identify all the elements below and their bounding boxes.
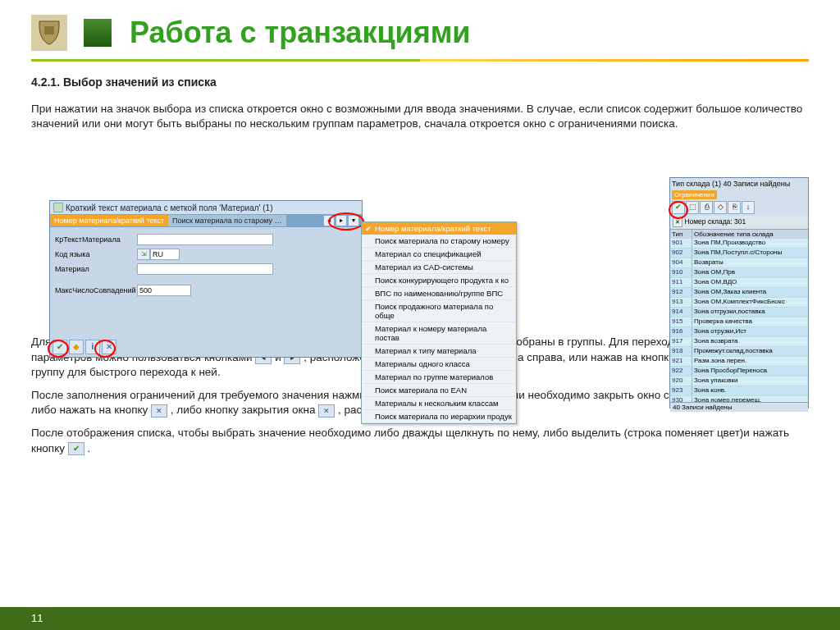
menu-item[interactable]: Материалы к нескольким классам [362, 397, 516, 410]
menu-item[interactable]: Поиск конкурирующего продукта к ко [362, 274, 516, 287]
table-row[interactable]: 922Зона ПросборПереноса [670, 367, 808, 377]
table-row[interactable]: 914Зона отгрузки,поставка [670, 308, 808, 317]
table-row[interactable]: 901Зона ПМ,Производство [670, 239, 808, 249]
field-lang-input[interactable] [150, 249, 180, 260]
search-group-menu: Номер материала/краткий текст Поиск мате… [361, 221, 517, 424]
menu-item[interactable]: Материал по группе материалов [362, 371, 516, 384]
dialog-extra-button[interactable]: ◆ [69, 340, 84, 354]
table-row[interactable]: 930Зона номер.перемещ. [670, 396, 808, 402]
result-table-header: ТипОбозначение типа склада [670, 230, 808, 239]
table-row[interactable]: 921Разм.зона перен. [670, 357, 808, 367]
footer-bar: 11 [0, 607, 840, 630]
table-row[interactable]: 902Зона ПМ,Поступл.с/Стороны [670, 249, 808, 258]
result-filter-row: ✕ Номер склада: 301 [670, 216, 808, 229]
menu-item[interactable]: Поиск материала по иерархии продук [362, 410, 516, 423]
search-dialog: Краткий текст материала с меткой поля 'М… [49, 200, 363, 358]
page-number: 11 [31, 612, 43, 624]
slide: Работа с транзакциями 4.2.1. Выбор значе… [0, 0, 840, 630]
table-row[interactable]: 911Зона ОМ,ВДО [670, 278, 808, 288]
menu-selected-item[interactable]: Номер материала/краткий текст [362, 222, 516, 235]
result-tool-5[interactable]: ⎘ [728, 201, 741, 214]
highlight-ring-ok [48, 340, 69, 358]
tab-old-number[interactable]: Поиск материала по старому … [168, 215, 285, 226]
result-tool-3[interactable]: ⎙ [700, 201, 713, 214]
result-toolbar: ✔ ⬚ ⎙ ◇ ⎘ ↓ [670, 199, 808, 216]
dialog-tabs: Номер материала/краткий текст Поиск мате… [50, 214, 362, 227]
field-maxhits-input[interactable] [137, 285, 191, 296]
dialog-form: КрТекстМатериала Код языка⇲ Материал Мак… [50, 227, 362, 303]
result-table: ТипОбозначение типа склада 901Зона ПМ,Пр… [670, 229, 808, 402]
dialog-title-text: Краткий текст материала с меткой поля 'М… [66, 203, 272, 212]
field-short-text-label: КрТекстМатериала [55, 235, 137, 244]
menu-item[interactable]: Материал из CAD-системы [362, 261, 516, 274]
table-row[interactable]: 910Зона ОМ,Прв [670, 268, 808, 278]
field-material-label: Материал [55, 265, 137, 273]
slide-title: Работа с транзакциями [130, 16, 470, 50]
menu-item[interactable]: Материалы одного класса [362, 358, 516, 371]
field-maxhits-label: МаксЧислоСовпадений [55, 286, 137, 294]
paragraph-4: После отображения списка, чтобы выбрать … [31, 426, 809, 455]
dialog-titlebar: Краткий текст материала с меткой поля 'М… [50, 201, 362, 214]
table-row[interactable]: 923Зона конв. [670, 386, 808, 396]
field-short-text-input[interactable] [137, 234, 273, 245]
highlight-ring-nav [328, 212, 364, 231]
result-status: 40 Записи найдены [670, 402, 808, 412]
result-tool-4[interactable]: ◇ [714, 201, 727, 214]
result-dialog: Тип склада (1) 40 Записи найдены Огранич… [669, 177, 809, 409]
field-lang-label: Код языка [55, 250, 137, 258]
highlight-ring-close [94, 340, 116, 358]
menu-item[interactable]: ВПС по наименованию/группе ВПС [362, 287, 516, 300]
table-row[interactable]: 915Проверка качества [670, 317, 808, 327]
slide-header: Работа с транзакциями [0, 0, 840, 56]
result-tab-restrictions[interactable]: Ограничения [672, 190, 717, 199]
table-row[interactable]: 904Возвраты [670, 258, 808, 268]
field-material-input[interactable] [137, 263, 273, 275]
highlight-ring-result-ok [669, 201, 688, 219]
menu-item[interactable]: Материал к типу материала [362, 345, 516, 358]
menu-item[interactable]: Поиск материала по старому номеру [362, 235, 516, 248]
menu-item[interactable]: Поиск материала по EAN [362, 384, 516, 397]
tab-material-number[interactable]: Номер материала/краткий текст [50, 215, 168, 226]
section-heading: 4.2.1. Выбор значений из списка [31, 75, 809, 90]
select-ok-icon [68, 442, 84, 455]
result-title-text: Тип склада (1) 40 Записи найдены [672, 180, 790, 188]
result-titlebar: Тип склада (1) 40 Записи найдены [670, 178, 808, 189]
window-close-icon [318, 404, 335, 418]
paragraph-1: При нажатии на значок выбора из списка о… [31, 102, 809, 131]
svg-rect-0 [44, 26, 54, 34]
table-row[interactable]: 916Зона отрузки,Ист [670, 327, 808, 337]
menu-item[interactable]: Материал к номеру материала постав [362, 322, 516, 345]
result-tool-6[interactable]: ↓ [742, 201, 755, 214]
table-row[interactable]: 917Зона возврата [670, 337, 808, 347]
table-row[interactable]: 918Промежут.склад,поставка [670, 347, 808, 357]
lang-pick-button[interactable]: ⇲ [137, 249, 150, 260]
table-row[interactable]: 920Зона упаковки [670, 377, 808, 386]
close-list-icon [151, 404, 167, 418]
table-row[interactable]: 913Зона ОМ,КомплектФиксБнокс [670, 298, 808, 308]
menu-item[interactable]: Материал со спецификацией [362, 248, 516, 261]
menu-item[interactable]: Поиск продажного материала по обще [362, 300, 516, 322]
dialog-icon [53, 203, 63, 212]
crest-logo [31, 15, 67, 51]
green-accent-block [84, 19, 112, 47]
table-row[interactable]: 912Зона ОМ,Заказ клиента [670, 288, 808, 298]
